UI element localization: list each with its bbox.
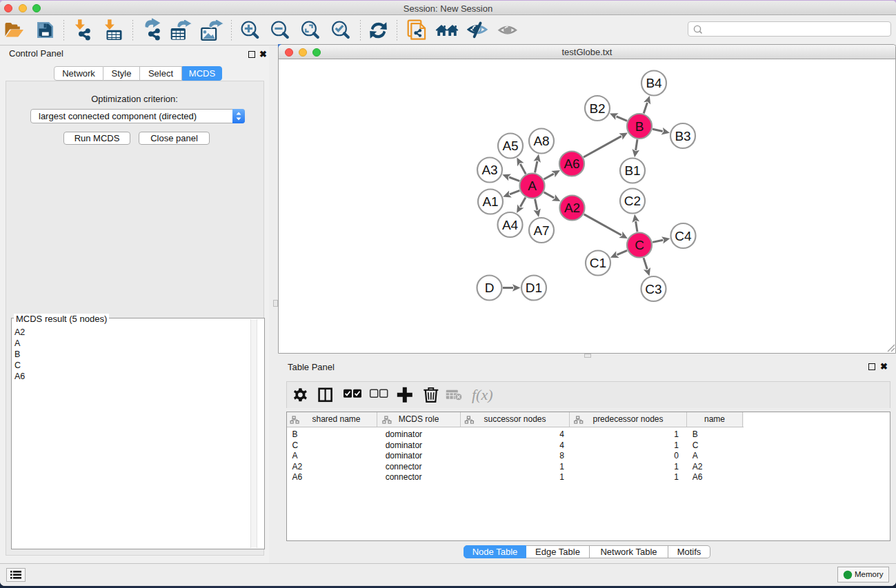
- svg-text:A5: A5: [502, 139, 518, 153]
- svg-text:D1: D1: [526, 281, 542, 295]
- svg-text:B2: B2: [589, 101, 605, 116]
- svg-text:A3: A3: [481, 163, 497, 177]
- svg-text:D: D: [485, 281, 495, 295]
- svg-text:B3: B3: [675, 129, 690, 143]
- svg-text:C: C: [635, 238, 644, 252]
- svg-text:C1: C1: [590, 256, 606, 270]
- svg-text:C3: C3: [645, 282, 661, 296]
- svg-text:A: A: [528, 179, 537, 193]
- svg-text:f(x): f(x): [472, 386, 493, 403]
- svg-text:C4: C4: [675, 229, 692, 243]
- svg-text:A1: A1: [482, 194, 498, 209]
- svg-text:B1: B1: [624, 163, 640, 178]
- svg-text:A8: A8: [533, 134, 549, 148]
- svg-text:A7: A7: [533, 223, 549, 238]
- svg-text:A4: A4: [502, 218, 519, 232]
- svg-text:C2: C2: [624, 194, 641, 208]
- svg-text:B: B: [635, 119, 644, 134]
- svg-text:B4: B4: [646, 76, 662, 90]
- svg-text:A6: A6: [564, 156, 579, 171]
- svg-text:A2: A2: [564, 201, 580, 215]
